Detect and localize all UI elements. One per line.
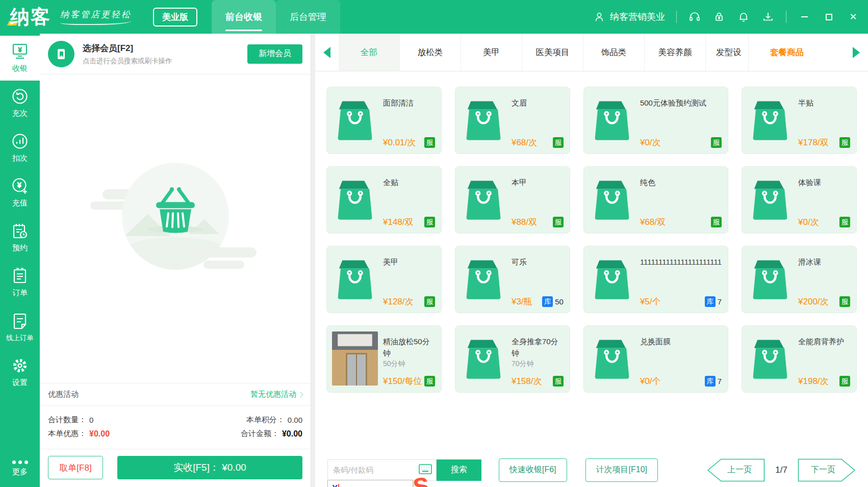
stock-count: 7 [718,297,722,306]
sidebar-nav: ¥ 收银 充次 扣次 ¥ 充值 预约 订单 [0,34,40,487]
category-tab[interactable]: 美甲 [461,34,522,71]
svg-text:¥: ¥ [18,46,22,54]
amount-value: ¥0.00 [282,429,302,439]
product-media [461,171,506,228]
product-card[interactable]: 滑冰课 ¥200/次 服 [742,246,857,313]
more-dots-icon [12,460,28,464]
product-card[interactable]: 文眉 ¥68/次 服 [455,87,570,154]
product-price: ¥128/次 [383,296,414,307]
product-card[interactable]: 面部清洁 ¥0.01/次 服 [326,87,442,154]
minimize-button[interactable] [798,10,811,23]
category-bar: 全部 放松类 美甲 医美项目 饰品类 美容养颜 发型设 套餐商品 [315,34,868,71]
account-menu[interactable]: 纳客营销美业 [593,10,665,23]
headset-icon[interactable] [688,10,701,23]
lock-icon[interactable] [712,10,726,23]
shopping-bag-icon [592,98,632,142]
product-price: ¥0.01/次 [383,137,416,148]
product-card[interactable]: 美甲 ¥128/次 服 [326,246,442,313]
sidebar-item-top-up[interactable]: ¥ 充值 [0,170,40,215]
product-media [589,330,635,387]
charge-button[interactable]: 实收[F5]： ¥0.00 [117,456,302,479]
product-media [461,250,506,307]
category-tab[interactable]: 发型设 [706,34,749,71]
product-card[interactable]: 纯色 ¥68/双 服 [583,166,728,234]
member-select-title: 选择会员[F2] [83,42,172,54]
product-type-badge: 服 [553,376,564,387]
category-tab[interactable]: 套餐商品 [749,34,825,71]
count-item-button[interactable]: 计次项目[F10] [585,458,658,482]
product-name: 半贴 [798,97,850,109]
product-card[interactable]: 兑换面膜 ¥0/个 库 7 [583,325,728,393]
category-scroll-right-button[interactable] [845,34,868,71]
product-card[interactable]: 1111111111111111111111 ¥5/个 库 7 [583,246,728,313]
category-label: 全部 [361,47,377,58]
close-button[interactable]: ✕ [847,10,860,23]
product-card[interactable]: 500元体验预约测试 ¥0/次 服 [583,87,728,154]
product-card[interactable]: 可乐 ¥3/瓶 库 50 [455,246,570,313]
sidebar-item-recharge-times[interactable]: 充次 [0,81,40,125]
sidebar-item-settings[interactable]: 设置 [0,350,40,395]
promo-link[interactable]: 暂无优惠活动 [250,390,302,399]
category-tab[interactable]: 医美项目 [522,34,583,71]
product-name: 1111111111111111111111 [640,257,722,268]
sidebar-item-orders[interactable]: 订单 [0,260,40,305]
brand-tagline: 纳客管店更轻松 [60,9,132,20]
product-type-badge: 服 [424,217,435,227]
product-card[interactable]: 本甲 ¥88/双 服 [455,166,570,234]
product-card[interactable]: 半贴 ¥178/双 服 [742,87,857,154]
prev-page-button[interactable]: 上一页 [707,458,765,482]
category-label: 医美项目 [536,47,570,58]
download-icon[interactable] [761,10,775,23]
promo-label: 优惠活动 [48,390,79,399]
sidebar-item-deduct-times[interactable]: 扣次 [0,125,40,170]
sidebar-item-online-orders[interactable]: 线上订单 [0,305,40,350]
search-button[interactable]: 搜索 [437,459,481,481]
right-arrow-icon [853,47,860,58]
product-name: 纯色 [640,177,722,189]
category-label: 美容养颜 [658,47,692,58]
next-page-button[interactable]: 下一页 [798,458,856,482]
product-card[interactable]: 全贴 ¥148/双 服 [326,166,442,234]
sidebar-item-more[interactable]: 更多 [0,450,40,487]
category-tab[interactable]: 全部 [339,34,400,71]
product-card[interactable]: 精油放松50分钟 50分钟 ¥150/每位 服 [326,325,442,393]
product-price: ¥0/次 [640,137,661,148]
nav-tab-backoffice[interactable]: 后台管理 [276,0,340,34]
add-member-button[interactable]: 新增会员 [247,44,302,64]
category-tab[interactable]: 饰品类 [583,34,645,71]
product-area: 全部 放松类 美甲 医美项目 饰品类 美容养颜 发型设 套餐商品 [315,34,868,487]
top-bar: 纳客 纳客管店更轻松 美业版 前台收银 后台管理 纳客营销美业 [0,0,868,34]
nav-tab-front-cashier[interactable]: 前台收银 [212,0,276,34]
product-media [747,250,793,307]
category-label: 套餐商品 [770,47,804,58]
product-type-badge: 服 [711,137,722,148]
product-media [332,171,378,228]
barcode-input[interactable] [333,466,419,474]
bell-icon[interactable] [737,10,750,23]
quick-cashier-button[interactable]: 快速收银[F6] [499,458,567,482]
shopping-bag-icon [464,177,503,221]
order-totals: 合计数量：0 本单积分：0.00 本单优惠：¥0.00 合计金额：¥0.00 [40,405,311,449]
hold-order-button[interactable]: 取单[F8] [48,456,103,479]
ime-caret [338,484,339,487]
product-name: 全贴 [383,177,435,189]
basket-icon [144,180,207,237]
product-price: ¥158/次 [512,375,542,387]
member-select-bar[interactable]: 选择会员[F2] 点击进行会员搜索或刷卡操作 新增会员 [40,34,311,74]
product-price: ¥178/双 [798,137,829,148]
shopping-bag-icon [464,98,503,142]
page-indicator: 1/7 [775,465,787,475]
category-tab[interactable]: 美容养颜 [645,34,706,71]
category-scroll-left-button[interactable] [315,34,339,71]
product-card[interactable]: 全身推拿70分钟 70分钟 ¥158/次 服 [455,325,570,393]
sidebar-item-cashier[interactable]: ¥ 收银 [0,36,40,81]
shopping-bag-icon [464,257,503,301]
product-card[interactable]: 全能肩背养护 ¥198/次 服 [742,325,857,393]
product-price: ¥150/每位 [383,375,422,387]
category-label: 饰品类 [601,47,627,58]
maximize-button[interactable] [822,10,835,23]
category-tab[interactable]: 放松类 [400,34,461,71]
shopping-bag-icon [464,337,503,380]
sidebar-item-appointment[interactable]: 预约 [0,215,40,260]
product-card[interactable]: 体验课 ¥0/次 服 [742,166,857,234]
